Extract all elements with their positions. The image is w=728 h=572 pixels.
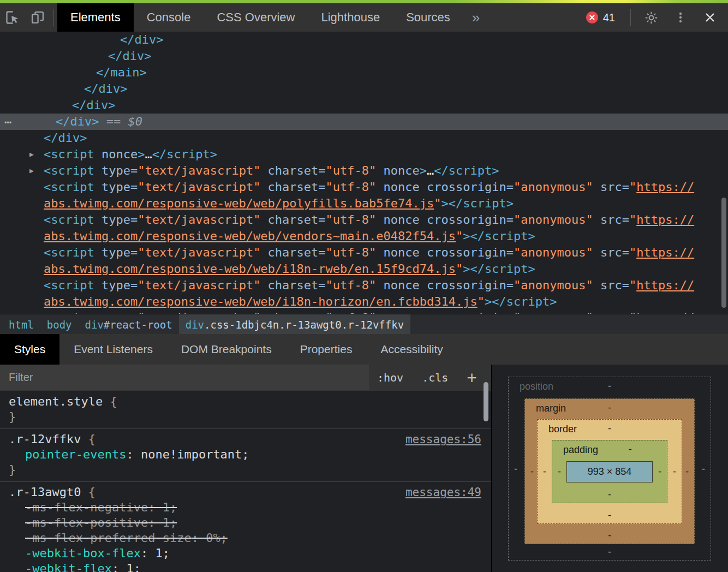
padding-right-value[interactable]: - — [658, 466, 661, 478]
margin-box[interactable]: margin - - - - border - - - - padding - … — [524, 398, 695, 544]
overflow-dots-icon[interactable]: … — [4, 111, 12, 128]
attr-token: nonce — [376, 213, 419, 227]
sidebar-tab-properties[interactable]: Properties — [286, 334, 367, 365]
position-top-value[interactable]: - — [608, 380, 611, 392]
tag-token: </div> — [44, 131, 87, 145]
tag-token: </div> — [56, 115, 99, 128]
sidebar-tab-dom-breakpoints[interactable]: DOM Breakpoints — [167, 334, 286, 365]
tab-css-overview[interactable]: CSS Overview — [204, 3, 308, 32]
breadcrumb-item[interactable]: div#react-root — [79, 314, 179, 335]
element-classes-toggle[interactable]: .cls — [422, 371, 448, 384]
border-top-value[interactable]: - — [608, 423, 611, 434]
dom-tree-line[interactable]: </main> — [0, 64, 728, 81]
margin-top-value[interactable]: - — [608, 402, 611, 414]
tab-sources[interactable]: Sources — [393, 3, 463, 32]
property-value: : 1; — [148, 500, 177, 514]
active-property: -webkit-box-flex: 1; — [25, 546, 170, 560]
position-box[interactable]: position - - - - margin - - - - border -… — [508, 377, 711, 561]
open-brace: { — [81, 432, 96, 446]
value-token: " — [434, 196, 441, 210]
css-property[interactable]: -ms-flex-preferred-size: 0%; — [0, 531, 491, 546]
dom-tree-line[interactable]: </div> — [0, 32, 728, 48]
pseudo-state-toggle[interactable]: :hov — [377, 371, 403, 384]
sidebar-tab-styles[interactable]: Styles — [0, 334, 59, 365]
dom-tree-line[interactable]: </div> — [0, 130, 728, 146]
styles-filter-input[interactable] — [0, 365, 369, 390]
content-box[interactable]: 993 × 854 — [566, 461, 653, 482]
value-token: " — [629, 278, 636, 292]
css-property[interactable]: -ms-flex-positive: 1; — [0, 515, 491, 531]
css-property[interactable]: -webkit-box-flex: 1; — [0, 546, 491, 561]
css-property[interactable]: pointer-events: none!important; — [0, 447, 491, 462]
new-style-rule-button[interactable]: + — [467, 369, 477, 386]
console-error-badge[interactable]: 41 — [586, 11, 615, 24]
toolbar-divider — [53, 9, 54, 26]
expand-arrow-icon[interactable]: ▶ — [29, 163, 34, 179]
dom-tree-line[interactable]: </div> — [0, 48, 728, 64]
styles-scrollbar-thumb[interactable] — [484, 382, 488, 421]
rule-source-link[interactable]: messages:49 — [405, 485, 481, 500]
close-devtools-icon[interactable] — [697, 3, 723, 32]
inspect-element-button[interactable] — [0, 3, 25, 32]
css-property[interactable]: -webkit-flex: 1; — [0, 561, 491, 572]
rule-selector[interactable]: .r-13awgt0 {messages:49 — [0, 485, 491, 500]
padding-top-value[interactable]: - — [629, 444, 632, 455]
dom-tree-line[interactable]: …</div> == $0 — [0, 114, 728, 130]
dom-tree-line[interactable]: ▶<script type="text/javascript" charset=… — [0, 163, 728, 179]
value-token: " — [629, 180, 636, 194]
kebab-menu-icon[interactable] — [668, 3, 693, 32]
elements-scrollbar-thumb[interactable] — [721, 198, 726, 308]
padding-left-value[interactable]: - — [558, 466, 561, 478]
position-left-value[interactable]: - — [514, 463, 517, 474]
breadcrumb-item[interactable]: div.css-1dbjc4n.r-13awgt0.r-12vffkv — [179, 314, 410, 335]
device-toolbar-button[interactable] — [25, 3, 50, 32]
border-right-value[interactable]: - — [673, 466, 676, 478]
dom-tree-line[interactable]: abs.twimg.com/responsive-web/web/polyfil… — [0, 195, 728, 212]
dim-token: == — [99, 115, 128, 128]
tab-elements[interactable]: Elements — [57, 3, 134, 32]
breadcrumb-item[interactable]: html — [2, 314, 40, 335]
dom-tree-line[interactable]: <script type="text/javascript" charset="… — [0, 212, 728, 228]
toolbar-divider — [630, 9, 631, 26]
margin-bottom-value[interactable]: - — [608, 530, 611, 541]
css-property[interactable]: -ms-flex-negative: 1; — [0, 500, 491, 515]
border-label: border — [548, 424, 577, 435]
dom-tree-line[interactable]: abs.twimg.com/responsive-web/web/i18n-ho… — [0, 294, 728, 310]
dom-tree-line[interactable]: <script type="text/javascript" charset="… — [0, 179, 728, 195]
tag-token: </main> — [96, 65, 147, 79]
tab-console[interactable]: Console — [134, 3, 204, 32]
box-model-pane: position - - - - margin - - - - border -… — [491, 365, 728, 572]
padding-box[interactable]: padding - - - - 993 × 854 — [552, 440, 667, 503]
rule-selector[interactable]: element.style { — [0, 394, 491, 409]
tab-lighthouse[interactable]: Lighthouse — [308, 3, 393, 32]
position-right-value[interactable]: - — [702, 463, 705, 474]
dom-tree-line[interactable]: <script type="text/javascript" charset="… — [0, 310, 728, 314]
border-bottom-value[interactable]: - — [608, 510, 611, 521]
dom-tree-line[interactable]: ▶<script nonce>…</script> — [0, 146, 728, 163]
expand-arrow-icon[interactable]: ▶ — [29, 146, 34, 163]
margin-left-value[interactable]: - — [530, 466, 534, 477]
padding-bottom-value[interactable]: - — [608, 489, 611, 500]
value-token: "anonymous" — [514, 246, 593, 259]
sidebar-tab-accessibility[interactable]: Accessibility — [366, 334, 457, 365]
breadcrumb-item[interactable]: body — [40, 314, 79, 335]
dom-tree-line[interactable]: abs.twimg.com/responsive-web/web/vendors… — [0, 228, 728, 245]
sidebar-tab-event-listeners[interactable]: Event Listeners — [59, 334, 167, 365]
dom-tree-line[interactable]: abs.twimg.com/responsive-web/web/i18n-rw… — [0, 261, 728, 277]
attr-token: charset= — [260, 278, 325, 292]
border-box[interactable]: border - - - - padding - - - - 993 × 854 — [537, 419, 682, 524]
border-left-value[interactable]: - — [543, 466, 546, 478]
value-token: "utf-8" — [326, 213, 377, 227]
tag-token: <script — [44, 278, 94, 292]
rule-source-link[interactable]: messages:56 — [405, 432, 481, 447]
margin-right-value[interactable]: - — [685, 466, 689, 477]
settings-gear-icon[interactable] — [639, 3, 664, 32]
more-tabs-button[interactable]: » — [463, 9, 488, 26]
position-bottom-value[interactable]: - — [608, 546, 611, 558]
rule-selector[interactable]: .r-12vffkv {messages:56 — [0, 432, 491, 447]
dom-tree-line[interactable]: </div> — [0, 81, 728, 97]
value-token: "anonymous" — [514, 213, 593, 227]
dom-tree-line[interactable]: <script type="text/javascript" charset="… — [0, 245, 728, 261]
dom-tree-line[interactable]: </div> — [0, 97, 728, 114]
dom-tree-line[interactable]: <script type="text/javascript" charset="… — [0, 277, 728, 294]
